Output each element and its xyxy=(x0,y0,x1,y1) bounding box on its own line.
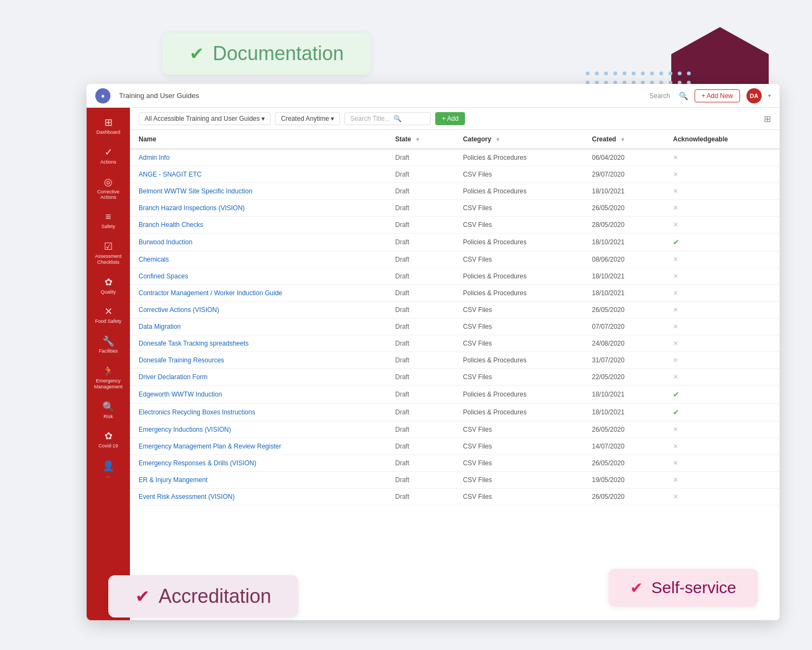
row-name-14[interactable]: Edgeworth WWTW Induction xyxy=(130,386,387,404)
avatar-dropdown-icon[interactable]: ▾ xyxy=(768,93,771,99)
row-category-6: CSV Files xyxy=(454,251,583,268)
sidebar-icon-1: ✓ xyxy=(104,146,113,158)
documents-table: Name State ▼ Category ▼ Created ▼ Acknow… xyxy=(130,130,780,505)
sidebar-icon-7: 🔧 xyxy=(102,335,114,347)
row-state-0: Draft xyxy=(387,149,454,166)
row-state-3: Draft xyxy=(387,200,454,217)
row-category-19: CSV Files xyxy=(454,472,583,489)
row-ack-8: ✕ xyxy=(664,285,780,302)
sidebar-item-assessment-checklists[interactable]: ☑ Assessment Checklists xyxy=(87,236,130,270)
row-name-9[interactable]: Corrective Actions (VISION) xyxy=(130,302,387,318)
row-created-16: 26/05/2020 xyxy=(584,421,665,438)
row-name-17[interactable]: Emergency Management Plan & Review Regis… xyxy=(130,438,387,455)
table-row: Emergency Management Plan & Review Regis… xyxy=(130,438,780,455)
sidebar-label-1: Actions xyxy=(100,159,116,165)
sidebar-item-facilities[interactable]: 🔧 Facilities xyxy=(87,331,130,359)
row-category-20: CSV Files xyxy=(454,489,583,505)
row-name-4[interactable]: Branch Health Checks xyxy=(130,217,387,233)
table-row: ER & Injury Mangement Draft CSV Files 19… xyxy=(130,472,780,489)
row-name-15[interactable]: Electronics Recycling Boxes Instructions xyxy=(130,404,387,421)
table-row: Chemicals Draft CSV Files 08/06/2020 ✕ xyxy=(130,251,780,268)
row-category-18: CSV Files xyxy=(454,455,583,472)
nav-search-icon[interactable]: 🔍 xyxy=(679,92,688,100)
row-name-12[interactable]: Donesafe Training Resources xyxy=(130,352,387,369)
search-title-icon: 🔍 xyxy=(394,115,402,122)
row-name-19[interactable]: ER & Injury Mangement xyxy=(130,472,387,489)
row-name-6[interactable]: Chemicals xyxy=(130,251,387,268)
table-row: ANGE - SNAGIT ETC Draft CSV Files 29/07/… xyxy=(130,166,780,183)
row-name-3[interactable]: Branch Hazard Inspections (VISION) xyxy=(130,200,387,217)
ack-check: ✔ xyxy=(673,238,679,246)
row-ack-15: ✔ xyxy=(664,404,780,421)
search-title-box[interactable]: Search Title... 🔍 xyxy=(344,112,431,125)
add-button[interactable]: + Add xyxy=(435,112,465,125)
sidebar-item-actions[interactable]: ✓ Actions xyxy=(87,142,130,170)
row-category-16: CSV Files xyxy=(454,421,583,438)
row-name-13[interactable]: Driver Declaration Form xyxy=(130,369,387,386)
sidebar-item-quality[interactable]: ✿ Quality xyxy=(87,272,130,300)
documentation-banner: ✔ Documentation xyxy=(162,32,371,75)
doc-banner-title: Documentation xyxy=(213,42,344,65)
row-created-12: 31/07/2020 xyxy=(584,352,665,369)
sidebar-item-food-safety[interactable]: ✕ Food Safety xyxy=(87,301,130,329)
table-row: Belmont WWTW Site Specific Induction Dra… xyxy=(130,183,780,200)
row-name-0[interactable]: Admin Info xyxy=(130,149,387,166)
row-name-11[interactable]: Donesafe Task Tracking spreadsheets xyxy=(130,335,387,352)
col-created: Created ▼ xyxy=(584,130,665,149)
sidebar-icon-0: ⊞ xyxy=(104,116,113,128)
row-name-20[interactable]: Event Risk Assessment (VISION) xyxy=(130,489,387,505)
row-name-10[interactable]: Data Migration xyxy=(130,318,387,335)
row-state-15: Draft xyxy=(387,404,454,421)
table-row: Branch Hazard Inspections (VISION) Draft… xyxy=(130,200,780,217)
row-name-5[interactable]: Burwood Induction xyxy=(130,233,387,251)
sidebar-icon-8: 🏃 xyxy=(102,365,114,377)
row-category-1: CSV Files xyxy=(454,166,583,183)
col-category: Category ▼ xyxy=(454,130,583,149)
nav-logo[interactable]: ● xyxy=(95,88,110,103)
ack-x: ✕ xyxy=(673,373,678,381)
grid-view-icon[interactable]: ⊞ xyxy=(764,114,771,124)
sidebar-item-emergency-management[interactable]: 🏃 Emergency Management xyxy=(87,361,130,394)
row-state-7: Draft xyxy=(387,268,454,285)
sidebar-icon-11: 👤 xyxy=(102,460,114,472)
row-state-14: Draft xyxy=(387,386,454,404)
row-name-8[interactable]: Contractor Management / Worker Induction… xyxy=(130,285,387,302)
table-row: Electronics Recycling Boxes Instructions… xyxy=(130,404,780,421)
ack-x: ✕ xyxy=(673,204,678,212)
row-created-0: 06/04/2020 xyxy=(584,149,665,166)
sidebar-item-dashboard[interactable]: ⊞ Dashboard xyxy=(87,112,130,140)
row-created-20: 26/05/2020 xyxy=(584,489,665,505)
sidebar-label-5: Quality xyxy=(101,289,116,295)
row-name-18[interactable]: Emergency Responses & Drills (VISION) xyxy=(130,455,387,472)
self-service-check-icon: ✔ xyxy=(630,579,643,597)
row-name-2[interactable]: Belmont WWTW Site Specific Induction xyxy=(130,183,387,200)
sidebar-item-corrective-actions[interactable]: ◎ Corrective Actions xyxy=(87,172,130,205)
row-category-13: CSV Files xyxy=(454,369,583,386)
row-ack-10: ✕ xyxy=(664,318,780,335)
sidebar-item-safety[interactable]: ≡ Safety xyxy=(87,207,130,234)
row-ack-0: ✕ xyxy=(664,149,780,166)
row-state-10: Draft xyxy=(387,318,454,335)
col-state: State ▼ xyxy=(387,130,454,149)
app-window: ● Training and User Guides Search 🔍 + Ad… xyxy=(87,84,780,620)
row-name-16[interactable]: Emergency Inductions (VISION) xyxy=(130,421,387,438)
row-category-10: CSV Files xyxy=(454,318,583,335)
sidebar-item-covid-19[interactable]: ✿ Covid-19 xyxy=(87,426,130,453)
filter-created-button[interactable]: Created Anytime ▾ xyxy=(275,112,340,125)
user-avatar[interactable]: DA xyxy=(746,88,762,103)
row-name-7[interactable]: Confined Spaces xyxy=(130,268,387,285)
row-state-16: Draft xyxy=(387,421,454,438)
ack-x: ✕ xyxy=(673,323,678,330)
sidebar-item-risk[interactable]: 🔍 Risk xyxy=(87,396,130,424)
sidebar-item-...[interactable]: 👤 ... xyxy=(87,456,130,483)
row-created-19: 19/05/2020 xyxy=(584,472,665,489)
row-ack-20: ✕ xyxy=(664,489,780,505)
row-name-1[interactable]: ANGE - SNAGIT ETC xyxy=(130,166,387,183)
add-new-button[interactable]: + Add New xyxy=(695,89,740,102)
filter-all-button[interactable]: All Accessible Training and User Guides … xyxy=(139,112,271,125)
sidebar-label-10: Covid-19 xyxy=(99,443,118,449)
doc-check-icon: ✔ xyxy=(189,43,204,64)
app-body: ⊞ Dashboard ✓ Actions ◎ Corrective Actio… xyxy=(87,108,780,620)
sidebar-icon-6: ✕ xyxy=(104,306,113,317)
nav-actions: 🔍 + Add New DA ▾ xyxy=(679,88,771,103)
